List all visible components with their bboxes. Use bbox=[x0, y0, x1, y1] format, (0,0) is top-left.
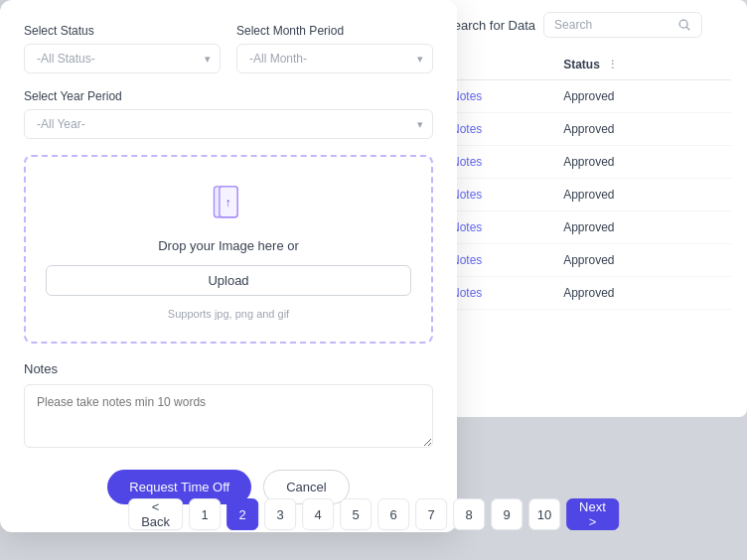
upload-button[interactable]: Upload bbox=[46, 265, 411, 296]
page-button-4[interactable]: 4 bbox=[302, 498, 334, 530]
upload-file-icon: ↑ bbox=[211, 185, 246, 224]
table-row: Notes Approved bbox=[445, 179, 731, 211]
year-select-wrapper[interactable]: -All Year- ▾ bbox=[24, 109, 433, 139]
notes-cell[interactable]: Notes bbox=[445, 244, 557, 277]
status-cell: Approved bbox=[557, 211, 731, 244]
status-select[interactable]: -All Status- bbox=[24, 44, 221, 73]
year-label: Select Year Period bbox=[24, 89, 433, 103]
notes-cell[interactable]: Notes bbox=[445, 179, 557, 211]
search-placeholder: Search bbox=[554, 18, 677, 32]
table-row: Notes Approved bbox=[445, 277, 731, 310]
notes-cell[interactable]: Notes bbox=[445, 146, 557, 179]
notes-cell[interactable]: Notes bbox=[445, 80, 557, 113]
table-row: Notes Approved bbox=[445, 113, 731, 146]
page-button-1[interactable]: 1 bbox=[189, 498, 221, 530]
svg-text:↑: ↑ bbox=[225, 196, 231, 210]
page-button-9[interactable]: 9 bbox=[491, 498, 523, 530]
next-button[interactable]: Next > bbox=[566, 498, 619, 530]
month-select-wrapper[interactable]: -All Month- ▾ bbox=[236, 44, 433, 73]
page-button-10[interactable]: 10 bbox=[528, 498, 560, 530]
notes-label: Notes bbox=[24, 361, 433, 376]
search-icon bbox=[677, 18, 691, 32]
status-sort-icon: ⋮ bbox=[607, 59, 618, 70]
status-cell: Approved bbox=[557, 244, 731, 277]
page-button-7[interactable]: 7 bbox=[415, 498, 447, 530]
search-label: Search for Data bbox=[445, 18, 535, 33]
month-select-group: Select Month Period -All Month- ▾ bbox=[236, 24, 433, 73]
table-row: Notes Approved bbox=[445, 211, 731, 244]
pagination: < Back 12345678910 Next > bbox=[128, 498, 619, 530]
svg-point-0 bbox=[679, 20, 687, 28]
col-header-status: Status ⋮ bbox=[557, 50, 731, 80]
table-row: Notes Approved bbox=[445, 244, 731, 277]
notes-cell[interactable]: Notes bbox=[445, 113, 557, 146]
month-select[interactable]: -All Month- bbox=[236, 44, 433, 73]
status-cell: Approved bbox=[557, 277, 731, 310]
table-row: Notes Approved bbox=[445, 146, 731, 179]
search-area: Search for Data Search bbox=[445, 12, 731, 38]
background-table-panel: Search for Data Search Status ⋮ Notes Ap… bbox=[429, 0, 747, 417]
status-select-wrapper[interactable]: -All Status- ▾ bbox=[24, 44, 221, 73]
status-cell: Approved bbox=[557, 113, 731, 146]
status-month-row: Select Status -All Status- ▾ Select Mont… bbox=[24, 24, 433, 73]
notes-textarea[interactable] bbox=[24, 384, 433, 448]
upload-hint: Supports jpg, png and gif bbox=[168, 308, 289, 320]
background-table: Status ⋮ Notes Approved Notes Approved N… bbox=[445, 50, 731, 310]
notes-section: Notes bbox=[24, 361, 433, 452]
dropzone-text: Drop your Image here or bbox=[46, 238, 411, 253]
month-label: Select Month Period bbox=[236, 24, 433, 38]
page-numbers: 12345678910 bbox=[189, 498, 560, 530]
col-header-notes bbox=[445, 50, 557, 80]
dropzone[interactable]: ↑ Drop your Image here or Upload Support… bbox=[24, 155, 433, 344]
search-box[interactable]: Search bbox=[543, 12, 702, 38]
back-button[interactable]: < Back bbox=[128, 498, 183, 530]
modal: Select Status -All Status- ▾ Select Mont… bbox=[0, 0, 457, 532]
page-button-3[interactable]: 3 bbox=[264, 498, 296, 530]
table-row: Notes Approved bbox=[445, 80, 731, 113]
page-button-6[interactable]: 6 bbox=[377, 498, 409, 530]
page-button-8[interactable]: 8 bbox=[453, 498, 485, 530]
year-select[interactable]: -All Year- bbox=[24, 109, 433, 139]
notes-cell[interactable]: Notes bbox=[445, 211, 557, 244]
status-cell: Approved bbox=[557, 146, 731, 179]
status-select-group: Select Status -All Status- ▾ bbox=[24, 24, 221, 73]
status-cell: Approved bbox=[557, 179, 731, 211]
svg-line-1 bbox=[686, 27, 689, 30]
year-select-group: Select Year Period -All Year- ▾ bbox=[24, 89, 433, 139]
notes-cell[interactable]: Notes bbox=[445, 277, 557, 310]
status-label: Select Status bbox=[24, 24, 221, 38]
page-button-5[interactable]: 5 bbox=[340, 498, 372, 530]
status-cell: Approved bbox=[557, 80, 731, 113]
page-button-2[interactable]: 2 bbox=[226, 498, 258, 530]
